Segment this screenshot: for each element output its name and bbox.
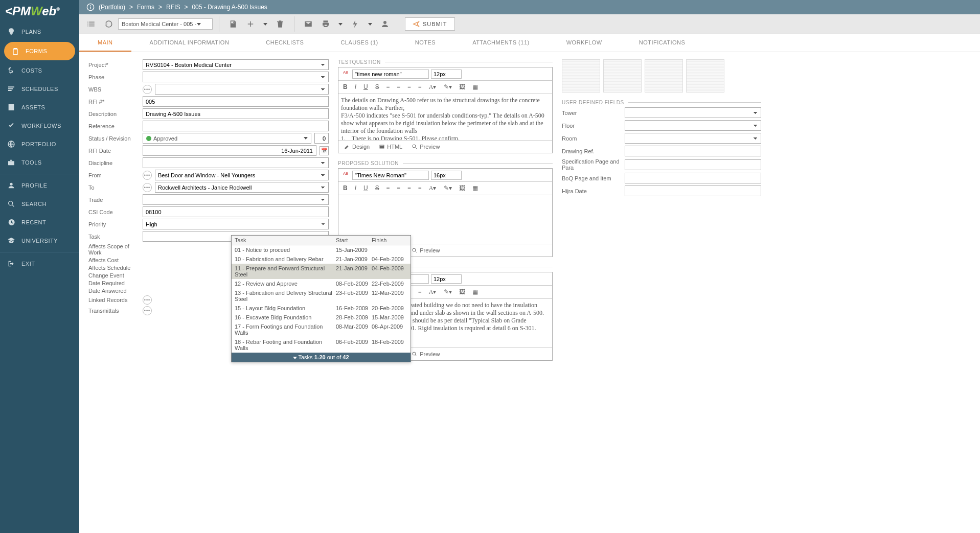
preview-tab[interactable]: Preview	[407, 350, 444, 359]
from-select[interactable]: Best Door and Window - Neil Youngers	[155, 170, 329, 180]
editor-body[interactable]: The details on Drawing A-500 refer us to…	[338, 94, 552, 140]
table-icon[interactable]: ▦	[470, 183, 480, 193]
tab-main[interactable]: MAIN	[79, 34, 131, 52]
sidebar-item-forms[interactable]: FORMS	[4, 42, 75, 60]
user-icon[interactable]	[377, 16, 393, 32]
udf-input[interactable]	[625, 173, 761, 183]
calendar-icon[interactable]: 📅	[320, 146, 329, 155]
thumb[interactable]	[686, 59, 724, 92]
to-lookup-button[interactable]: •••	[143, 183, 152, 192]
preview-tab[interactable]: Preview	[407, 142, 444, 151]
save-icon[interactable]	[225, 16, 241, 32]
sidebar-item-exit[interactable]: EXIT	[0, 254, 79, 273]
breadcrumb-portfolio[interactable]: (Portfolio)	[99, 4, 125, 11]
align-justify-icon[interactable]: ≡	[416, 287, 424, 297]
bold-icon[interactable]: B	[341, 82, 350, 92]
task-row[interactable]: 11 - Prepare and Forward Structural Stee…	[232, 264, 411, 279]
sidebar-item-profile[interactable]: PROFILE	[0, 176, 79, 195]
add-icon[interactable]	[243, 16, 258, 32]
delete-icon[interactable]	[272, 16, 288, 32]
sidebar-item-plans[interactable]: PLANS	[0, 22, 79, 41]
font-color-icon[interactable]: A▾	[427, 82, 439, 92]
size-select[interactable]	[431, 171, 462, 180]
image-icon[interactable]: 🖼	[457, 183, 467, 193]
udf-input[interactable]	[625, 146, 761, 156]
image-icon[interactable]: 🖼	[457, 287, 467, 297]
task-row[interactable]: 10 - Fabrication and Delivery Rebar21-Ja…	[232, 254, 411, 264]
to-select[interactable]: Rockwell Architects - Janice Rockwell	[155, 182, 329, 193]
sidebar-item-portfolio[interactable]: PORTFOLIO	[0, 135, 79, 153]
strike-icon[interactable]: S	[373, 82, 381, 92]
design-tab[interactable]: Design	[340, 142, 374, 151]
task-row[interactable]: 15 - Layout Bldg Foundation16-Feb-200920…	[232, 304, 411, 313]
strike-icon[interactable]: S	[373, 183, 381, 193]
udf-input[interactable]	[625, 186, 761, 196]
udf-select[interactable]	[625, 120, 761, 131]
thumb[interactable]	[562, 59, 600, 92]
reference-input[interactable]	[143, 121, 329, 131]
font-select[interactable]	[352, 69, 429, 79]
task-row[interactable]: 16 - Excavate Bldg Foundation28-Feb-2009…	[232, 313, 411, 322]
tab-attachments-11-[interactable]: ATTACHMENTS (11)	[454, 34, 548, 52]
task-row[interactable]: 17 - Form Footings and Foundation Walls0…	[232, 322, 411, 337]
sidebar-item-assets[interactable]: ASSETS	[0, 98, 79, 117]
udf-input[interactable]	[625, 159, 761, 170]
align-justify-icon[interactable]: ≡	[416, 82, 424, 92]
task-row[interactable]: 12 - Review and Approve08-Feb-200922-Feb…	[232, 279, 411, 288]
task-row[interactable]: 13 - Fabrication and Delivery Structural…	[232, 288, 411, 304]
sidebar-item-schedules[interactable]: SCHEDULES	[0, 80, 79, 98]
task-col-start[interactable]: Start	[336, 237, 372, 243]
underline-icon[interactable]: U	[361, 183, 370, 193]
align-left-icon[interactable]: ≡	[384, 82, 392, 92]
bolt-icon[interactable]	[348, 16, 363, 32]
font-color-icon[interactable]: A▾	[427, 183, 439, 193]
image-icon[interactable]: 🖼	[457, 82, 467, 92]
tab-clauses-1-[interactable]: CLAUSES (1)	[322, 34, 396, 52]
bold-icon[interactable]: B	[341, 183, 350, 193]
tab-checklists[interactable]: CHECKLISTS	[247, 34, 322, 52]
highlight-icon[interactable]: ✎▾	[442, 287, 454, 297]
phase-select[interactable]	[143, 72, 329, 82]
align-center-icon[interactable]: ≡	[395, 183, 402, 193]
rfi-date-input[interactable]	[143, 145, 316, 156]
tab-notes[interactable]: NOTES	[397, 34, 454, 52]
sidebar-item-recent[interactable]: RECENT	[0, 213, 79, 231]
align-center-icon[interactable]: ≡	[395, 82, 402, 92]
breadcrumb-forms[interactable]: Forms	[137, 4, 154, 11]
table-icon[interactable]: ▦	[470, 287, 480, 297]
breadcrumb-rfis[interactable]: RFIS	[166, 4, 180, 11]
add-dropdown-icon[interactable]	[260, 20, 270, 29]
align-right-icon[interactable]: ≡	[405, 183, 413, 193]
udf-select[interactable]	[625, 107, 761, 118]
print-dropdown-icon[interactable]	[335, 20, 346, 29]
from-lookup-button[interactable]: •••	[143, 171, 152, 180]
html-tab[interactable]: HTML	[375, 142, 406, 151]
task-row[interactable]: 01 - Notice to proceed15-Jan-2009	[232, 245, 411, 254]
align-right-icon[interactable]: ≡	[405, 82, 413, 92]
highlight-icon[interactable]: ✎▾	[442, 82, 454, 92]
tab-notifications[interactable]: NOTIFICATIONS	[621, 34, 704, 52]
italic-icon[interactable]: I	[353, 82, 358, 92]
preview-tab[interactable]: Preview	[407, 246, 444, 255]
sidebar-item-costs[interactable]: COSTS	[0, 61, 79, 80]
font-color-icon[interactable]: A▾	[427, 287, 439, 297]
project-select[interactable]: RVS0104 - Boston Medical Center	[143, 59, 329, 70]
sidebar-item-university[interactable]: UNIVERSITY	[0, 231, 79, 250]
record-select[interactable]: Boston Medical Center - 005 - Drawi	[118, 18, 213, 30]
sidebar-item-workflows[interactable]: WORKFLOWS	[0, 117, 79, 135]
italic-icon[interactable]: I	[353, 183, 358, 193]
task-col-finish[interactable]: Finish	[372, 237, 407, 243]
size-select[interactable]	[431, 274, 462, 284]
size-select[interactable]	[431, 69, 462, 79]
priority-select[interactable]: High	[143, 219, 329, 229]
table-icon[interactable]: ▦	[470, 82, 480, 92]
discipline-select[interactable]	[143, 157, 329, 168]
rfi-num-input[interactable]	[143, 96, 329, 107]
submit-button[interactable]: SUBMIT	[405, 17, 455, 31]
wbs-lookup-button[interactable]: •••	[143, 85, 152, 94]
bolt-dropdown-icon[interactable]	[365, 20, 375, 29]
thumb[interactable]	[645, 59, 683, 92]
info-icon[interactable]	[86, 3, 95, 11]
tab-additional-information[interactable]: ADDITIONAL INFORMATION	[131, 34, 248, 52]
spellcheck-icon[interactable]: ᴬᴮ	[341, 170, 350, 180]
